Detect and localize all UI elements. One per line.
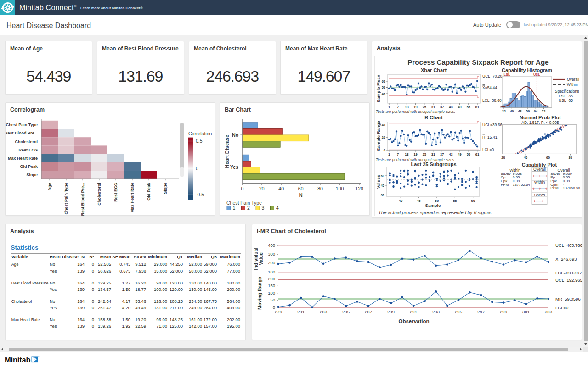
svg-text:Yes: Yes [50, 323, 57, 329]
svg-text:284.00: 284.00 [204, 305, 217, 310]
svg-text:297: 297 [477, 309, 485, 314]
svg-text:Variable: Variable [11, 254, 28, 259]
svg-text:22.59: 22.59 [135, 323, 146, 329]
svg-text:409.00: 409.00 [227, 305, 240, 310]
svg-text:20: 20 [382, 135, 385, 139]
svg-text:32: 32 [502, 109, 506, 113]
svg-text:137752.64: 137752.64 [513, 183, 530, 187]
svg-text:N: N [299, 192, 303, 198]
svg-text:94.00: 94.00 [156, 280, 167, 285]
svg-text:Yes: Yes [230, 164, 239, 170]
svg-text:164: 164 [77, 280, 85, 285]
svg-text:40: 40 [399, 199, 402, 203]
svg-text:0: 0 [92, 323, 94, 329]
svg-text:0: 0 [92, 287, 94, 292]
svg-text:564.00: 564.00 [227, 299, 240, 304]
svg-text:249.00: 249.00 [189, 305, 202, 310]
svg-text:25: 25 [423, 152, 426, 156]
svg-text:300: 300 [268, 251, 275, 256]
svg-text:251.47: 251.47 [98, 305, 111, 310]
svg-text:-0.5: -0.5 [196, 192, 204, 197]
svg-text:Max Heart Rate: Max Heart Rate [130, 183, 135, 212]
svg-text:60: 60 [546, 156, 550, 160]
svg-text:1: 1 [388, 105, 390, 109]
svg-text:1.59: 1.59 [122, 287, 131, 292]
svg-text:131.00: 131.00 [154, 305, 167, 310]
svg-text:9.512: 9.512 [135, 262, 146, 267]
svg-text:UCL=403.766: UCL=403.766 [555, 243, 582, 248]
svg-text:299: 299 [500, 309, 507, 314]
svg-text:139.26: 139.26 [98, 323, 111, 329]
svg-text:31: 31 [431, 105, 435, 109]
svg-text:100.00: 100.00 [154, 287, 167, 292]
svg-text:279: 279 [275, 309, 282, 314]
svg-text:Age: Age [48, 183, 52, 190]
svg-text:76.000: 76.000 [227, 262, 240, 267]
svg-text:65: 65 [382, 79, 385, 84]
svg-text:120.00: 120.00 [170, 287, 183, 292]
svg-text:139: 139 [77, 323, 85, 329]
svg-text:0: 0 [241, 186, 243, 191]
svg-text:Process Capability Sixpack Rep: Process Capability Sixpack Report for Ag… [407, 58, 549, 66]
svg-text:202.00: 202.00 [227, 317, 240, 322]
svg-text:148.25: 148.25 [170, 317, 183, 322]
svg-text:281: 281 [297, 309, 305, 314]
svg-text:0.673: 0.673 [119, 268, 130, 273]
svg-text:Rest Blood Pre...: Rest Blood Pre... [6, 131, 38, 135]
svg-text:129.25: 129.25 [98, 280, 111, 285]
svg-text:61: 61 [475, 152, 479, 156]
svg-text:56.626: 56.626 [98, 268, 111, 273]
svg-text:13: 13 [405, 105, 408, 109]
svg-text:Yes: Yes [50, 268, 57, 273]
svg-text:Sample Range: Sample Range [376, 121, 381, 151]
svg-text:234.50: 234.50 [189, 299, 202, 304]
svg-text:289: 289 [387, 309, 395, 314]
svg-text:208.25: 208.25 [170, 299, 183, 304]
svg-text:19.20: 19.20 [135, 317, 146, 322]
svg-text:200.00: 200.00 [227, 287, 240, 292]
svg-text:No: No [50, 262, 55, 267]
svg-text:IndividualValue: IndividualValue [253, 247, 264, 270]
svg-text:Cholesterol: Cholesterol [97, 183, 102, 206]
svg-text:61: 61 [475, 105, 479, 109]
svg-text:400: 400 [268, 243, 275, 248]
svg-text:40: 40 [524, 156, 527, 160]
svg-text:Cholesterol: Cholesterol [11, 299, 32, 304]
svg-text:7.938: 7.938 [135, 268, 146, 273]
svg-text:Q3: Q3 [211, 254, 217, 259]
svg-text:Chest Pain Type: Chest Pain Type [6, 123, 38, 127]
svg-text:USL: USL [533, 72, 540, 77]
svg-text:LSL: LSL [559, 94, 565, 98]
svg-text:48: 48 [518, 109, 521, 113]
svg-text:71.00: 71.00 [156, 323, 167, 329]
svg-text:No: No [50, 299, 55, 304]
svg-text:285: 285 [342, 309, 350, 314]
svg-text:No: No [50, 280, 55, 285]
svg-text:164: 164 [77, 317, 85, 322]
svg-text:80: 80 [568, 156, 572, 160]
svg-text:301: 301 [522, 309, 530, 314]
svg-text:25: 25 [423, 105, 426, 109]
svg-text:Q1: Q1 [177, 254, 183, 259]
svg-text:172.00: 172.00 [204, 317, 217, 322]
svg-text:242.64: 242.64 [98, 299, 111, 304]
svg-text:139: 139 [77, 305, 85, 310]
svg-text:44.250: 44.250 [170, 262, 183, 267]
svg-text:7: 7 [397, 152, 399, 156]
svg-text:20: 20 [501, 156, 505, 160]
svg-text:130.00: 130.00 [189, 287, 202, 292]
svg-text:295: 295 [455, 309, 462, 314]
svg-text:50: 50 [270, 297, 275, 302]
svg-text:Observation: Observation [398, 318, 429, 324]
svg-text:64: 64 [534, 109, 538, 113]
svg-text:0: 0 [92, 280, 94, 285]
svg-text:72: 72 [542, 109, 545, 113]
svg-text:18.77: 18.77 [135, 287, 146, 292]
svg-text:140.00: 140.00 [204, 280, 217, 285]
svg-text:R Chart: R Chart [424, 115, 443, 120]
svg-text:195.00: 195.00 [227, 323, 240, 329]
svg-text:142.00: 142.00 [189, 323, 202, 329]
svg-text:N*: N* [89, 254, 94, 259]
svg-text:45: 45 [382, 92, 385, 96]
svg-text:Yes: Yes [50, 287, 57, 292]
